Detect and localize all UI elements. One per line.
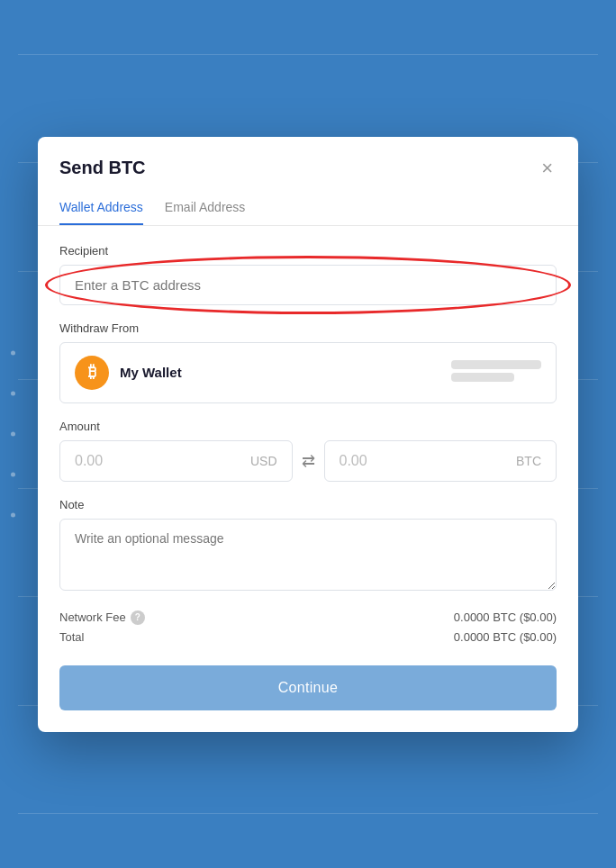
withdraw-from-label: Withdraw From: [59, 321, 557, 335]
close-button[interactable]: ×: [538, 155, 557, 182]
backdrop: Send BTC × Wallet Address Email Address …: [0, 0, 616, 868]
network-fee-row: Network Fee ? 0.0000 BTC ($0.00): [59, 610, 557, 625]
usd-currency: USD: [250, 454, 277, 468]
network-fee-help-icon[interactable]: ?: [131, 610, 145, 625]
recipient-input[interactable]: [59, 265, 557, 305]
amount-label: Amount: [59, 420, 557, 433]
network-fee-label: Network Fee ?: [59, 610, 145, 625]
modal-header: Send BTC ×: [38, 137, 578, 182]
total-label: Total: [59, 630, 84, 644]
total-row: Total 0.0000 BTC ($0.00): [59, 630, 557, 644]
btc-currency: BTC: [516, 454, 541, 468]
btc-amount-box[interactable]: 0.00 BTC: [324, 440, 557, 482]
btc-value: 0.00: [340, 453, 367, 469]
bg-dots: [11, 351, 15, 518]
wallet-balance-line-1: [451, 360, 541, 369]
recipient-wrapper: [59, 265, 557, 305]
wallet-balance-line-2: [451, 373, 514, 382]
wallet-balance: [451, 360, 541, 385]
usd-amount-box[interactable]: 0.00 USD: [59, 440, 293, 482]
recipient-label: Recipient: [59, 244, 557, 258]
swap-icon[interactable]: ⇄: [302, 451, 315, 471]
usd-value: 0.00: [75, 453, 103, 469]
recipient-field-group: Recipient: [59, 244, 557, 305]
btc-icon: ₿: [75, 356, 109, 390]
wallet-name: My Wallet: [120, 365, 182, 380]
note-label: Note: [59, 498, 557, 511]
wallet-left: ₿ My Wallet: [75, 356, 182, 390]
amount-field-group: Amount 0.00 USD ⇄ 0.00 BTC: [59, 420, 557, 482]
withdraw-from-field-group: Withdraw From ₿ My Wallet: [59, 321, 557, 403]
tab-wallet-address[interactable]: Wallet Address: [59, 200, 143, 225]
modal-title: Send BTC: [59, 158, 146, 178]
amount-row: 0.00 USD ⇄ 0.00 BTC: [59, 440, 557, 482]
tabs-container: Wallet Address Email Address: [38, 189, 578, 226]
continue-button[interactable]: Continue: [59, 665, 557, 710]
modal-body: Recipient Withdraw From ₿ My Wallet: [38, 226, 578, 732]
tab-email-address[interactable]: Email Address: [165, 200, 245, 225]
wallet-card[interactable]: ₿ My Wallet: [59, 342, 557, 403]
network-fee-value: 0.0000 BTC ($0.00): [454, 610, 557, 624]
note-textarea[interactable]: [59, 519, 557, 591]
note-field-group: Note: [59, 498, 557, 594]
total-value: 0.0000 BTC ($0.00): [454, 630, 557, 644]
send-btc-modal: Send BTC × Wallet Address Email Address …: [38, 137, 578, 732]
